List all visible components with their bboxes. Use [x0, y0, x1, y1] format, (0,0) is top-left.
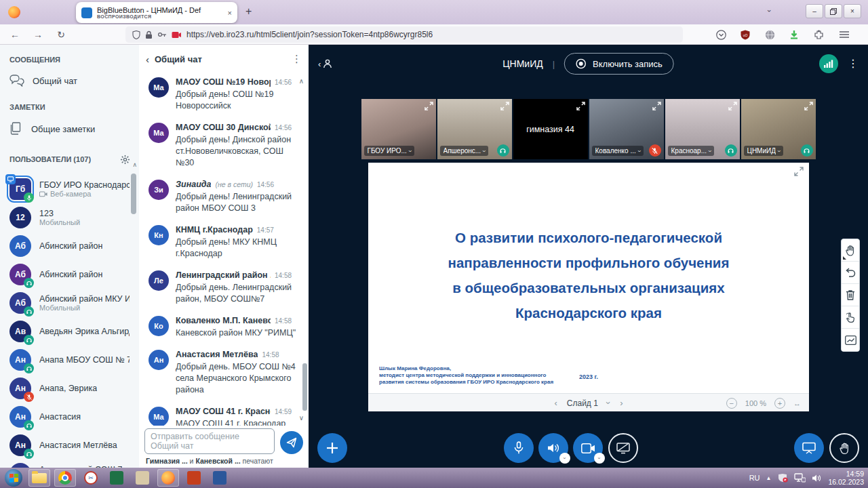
- audio-speaker-button[interactable]: ›: [538, 433, 568, 463]
- slide-number-label[interactable]: Слайд 1: [567, 399, 598, 408]
- new-tab-button[interactable]: +: [245, 5, 252, 18]
- user-list-item[interactable]: 12 123 Мобильный: [0, 203, 139, 232]
- ublock-icon[interactable]: uO: [739, 29, 751, 40]
- sidebar-item-shared-notes[interactable]: Общие заметки: [0, 117, 139, 141]
- user-list-item[interactable]: Ан Анапа МБОУ СОШ № 7: [0, 346, 139, 374]
- raise-hand-button[interactable]: [829, 433, 859, 463]
- tab-media-indicator[interactable]: ВОСПРОИЗВОДИТСЯ: [97, 14, 223, 19]
- send-message-button[interactable]: [280, 431, 303, 454]
- webcam-tile[interactable]: ЦНМиИД›: [741, 99, 816, 159]
- tray-expand-icon[interactable]: ▲: [766, 475, 772, 481]
- user-list-item[interactable]: Аб Абинский район МКУ ИМЦ Д... Мобильный: [0, 289, 139, 317]
- user-list-item[interactable]: Аб Абинский район: [0, 260, 139, 289]
- previous-slide-button[interactable]: ‹: [554, 398, 557, 408]
- tab-list-chevron-icon[interactable]: ›: [766, 9, 774, 12]
- extensions-puzzle-icon[interactable]: [812, 29, 825, 40]
- webcam-tile[interactable]: Коваленко ...›: [589, 99, 664, 159]
- reload-button[interactable]: ↻: [53, 27, 69, 42]
- user-list-item[interactable]: Ап Апшеронский СОШ 7 Веб-камера: [0, 460, 139, 468]
- language-indicator[interactable]: RU: [749, 474, 760, 482]
- user-list-item[interactable]: Ан Анастасия: [0, 403, 139, 431]
- taskbar-pinned-app-3[interactable]: [183, 469, 205, 487]
- undo-annotation-button[interactable]: [842, 262, 859, 284]
- start-recording-button[interactable]: Включить запись: [564, 53, 674, 75]
- smart-slide-tool-button[interactable]: [842, 329, 859, 351]
- chat-back-chevron-icon[interactable]: ‹: [146, 54, 149, 65]
- camera-in-use-icon[interactable]: [172, 31, 182, 39]
- multi-user-whiteboard-button[interactable]: [842, 306, 859, 329]
- mute-microphone-button[interactable]: [504, 433, 534, 463]
- user-list-item[interactable]: Аб Абинский район: [0, 232, 139, 260]
- chat-message-input[interactable]: [144, 428, 275, 454]
- webcam-label[interactable]: ГБОУ ИРО...›: [364, 146, 414, 156]
- hand-tool-button[interactable]: [842, 239, 859, 262]
- extension-globe-icon[interactable]: [764, 29, 776, 40]
- taskbar-chrome[interactable]: [54, 469, 76, 487]
- fullscreen-expand-icon[interactable]: [728, 102, 737, 110]
- tab-close-icon[interactable]: ×: [228, 9, 232, 17]
- webcam-label[interactable]: Апшеронс...›: [440, 146, 489, 156]
- webcam-label[interactable]: ЦНМиИД›: [744, 146, 784, 156]
- fullscreen-expand-icon[interactable]: [652, 102, 661, 110]
- toggle-userlist-button[interactable]: ‹: [318, 58, 333, 69]
- back-button[interactable]: ←: [7, 27, 23, 42]
- restore-presentation-button[interactable]: [794, 433, 824, 463]
- next-slide-button[interactable]: ›: [620, 398, 623, 408]
- zoom-in-button[interactable]: +: [774, 398, 785, 409]
- taskbar-explorer[interactable]: [28, 469, 50, 487]
- fullscreen-expand-icon[interactable]: [804, 102, 813, 110]
- connection-status-button[interactable]: [819, 54, 838, 73]
- taskbar-pinned-app-4[interactable]: [209, 469, 231, 487]
- network-icon[interactable]: [794, 473, 806, 483]
- permissions-icon[interactable]: [157, 30, 167, 39]
- chat-options-kebab-icon[interactable]: ⋮: [292, 53, 302, 65]
- forward-button[interactable]: →: [30, 27, 46, 42]
- webcam-tile[interactable]: гимназия 44: [513, 99, 588, 159]
- sidebar-item-public-chat[interactable]: Общий чат: [0, 69, 139, 92]
- presentation-fullscreen-icon[interactable]: [794, 167, 804, 176]
- options-kebab-icon[interactable]: ⋮: [848, 57, 859, 70]
- tracking-shield-icon[interactable]: [132, 30, 140, 39]
- taskbar-pinned-app-2[interactable]: [132, 469, 153, 487]
- browser-tab[interactable]: BigBlueButton - ЦНМиИД - Def ВОСПРОИЗВОД…: [76, 2, 237, 23]
- window-restore-button[interactable]: [825, 4, 842, 18]
- url-text[interactable]: https://veb.iro23.ru/html5client/join?se…: [186, 30, 433, 39]
- taskbar-firefox[interactable]: [157, 469, 179, 487]
- fit-width-button[interactable]: ↔: [793, 399, 801, 407]
- action-center-icon[interactable]: [777, 473, 788, 483]
- chat-scrollbar[interactable]: [302, 72, 307, 424]
- user-list-item[interactable]: Гб ГБОУ ИРО Краснодарс... (Вы) Веб-камер…: [0, 175, 139, 203]
- download-icon[interactable]: [788, 29, 800, 40]
- slide-list-chevron-icon[interactable]: ›: [604, 401, 614, 404]
- webcam-label[interactable]: Коваленко ...›: [592, 146, 644, 156]
- clear-annotations-trash-button[interactable]: [842, 284, 859, 306]
- userlist-scrollbar[interactable]: [131, 174, 136, 397]
- webcam-tile[interactable]: Апшеронс...›: [437, 99, 512, 159]
- user-list-item[interactable]: Ан Анастасия Метлёва: [0, 431, 139, 460]
- taskbar-pinned-app-1[interactable]: [106, 469, 127, 487]
- audio-options-chevron-icon[interactable]: ›: [559, 453, 570, 464]
- fullscreen-expand-icon[interactable]: [425, 102, 433, 110]
- menu-hamburger-icon[interactable]: [838, 29, 850, 40]
- webcam-options-chevron-icon[interactable]: ›: [594, 453, 605, 464]
- actions-plus-button[interactable]: [317, 433, 347, 463]
- presentation-area[interactable]: О развитии психолого-педагогической напр…: [368, 163, 809, 411]
- user-list-item[interactable]: Ав Аведьян Эрика Альгирдовна: [0, 317, 139, 346]
- window-close-button[interactable]: ×: [844, 4, 861, 18]
- webcam-button[interactable]: ›: [573, 433, 603, 463]
- zoom-out-button[interactable]: −: [726, 398, 737, 409]
- webcam-label[interactable]: Красноар...›: [668, 146, 715, 156]
- fullscreen-expand-icon[interactable]: [500, 102, 509, 110]
- pocket-icon[interactable]: [715, 29, 727, 40]
- userlist-scroll-up-icon[interactable]: ∧: [132, 161, 137, 168]
- users-settings-gear-icon[interactable]: [117, 152, 132, 167]
- taskbar-clock[interactable]: 14:59 16.02.2023: [828, 470, 864, 486]
- taskbar-snipping-tool[interactable]: ✂: [80, 469, 102, 487]
- window-minimize-button[interactable]: –: [806, 4, 823, 18]
- volume-icon[interactable]: [812, 474, 822, 483]
- webcam-tile[interactable]: ГБОУ ИРО...›: [361, 99, 436, 159]
- address-bar[interactable]: https://veb.iro23.ru/html5client/join?se…: [125, 26, 683, 43]
- user-list-item[interactable]: Ан Анапа, Эврика: [0, 374, 139, 403]
- start-button[interactable]: [3, 469, 24, 487]
- webcam-tile[interactable]: Красноар...›: [665, 99, 740, 159]
